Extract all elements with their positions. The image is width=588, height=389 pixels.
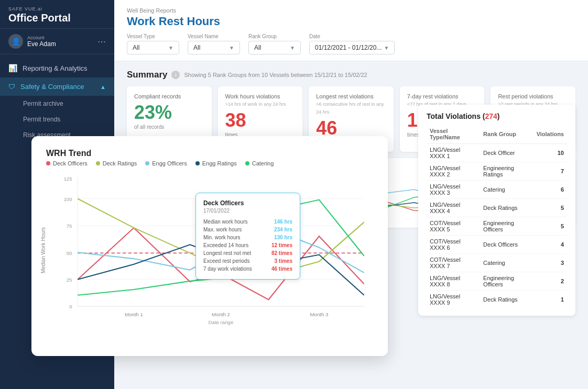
sidebar-item-reporting[interactable]: 📊 Reporting & Analytics — [0, 59, 114, 77]
violations-count: 274 — [485, 112, 497, 120]
tooltip-row-value: 130 hrs — [274, 235, 292, 240]
table-row: COT/Vessel XXXX 7 Catering 3 — [427, 254, 567, 272]
rank-group-select[interactable]: All ▼ — [248, 41, 301, 54]
tooltip-date: 17/01/2022 — [203, 208, 292, 214]
violations-cell: 7 — [533, 162, 567, 181]
svg-text:125: 125 — [63, 176, 72, 182]
account-name: Eve Adam — [27, 40, 56, 48]
table-row: COT/Vessel XXXX 5 Engineering Officers 5 — [427, 217, 567, 236]
brand-name: Office Portal — [8, 12, 106, 24]
large-deck-ratings-dot — [96, 161, 100, 165]
col-rank: Rank Group — [480, 126, 533, 144]
tooltip-row: Min. work hours 130 hrs — [203, 234, 292, 241]
sidebar-item-safety[interactable]: 🛡 Safety & Compliance ▲ — [0, 77, 114, 96]
tooltip-row-label: Max. work hours — [203, 227, 242, 232]
svg-text:Month 2: Month 2 — [212, 312, 230, 317]
table-row: LNG/Vessel XXXX 4 Deck Ratings 5 — [427, 199, 567, 217]
account-menu-button[interactable]: ⋯ — [97, 37, 106, 47]
tooltip-row-label: Median work hours — [203, 219, 247, 225]
rank-cell: Deck Officers — [480, 236, 533, 254]
vessel-name-label: Vessel Name — [188, 34, 240, 39]
vessel-name-filter: Vessel Name All ▼ — [188, 34, 240, 54]
sidebar-nav: 📊 Reporting & Analytics 🛡 Safety & Compl… — [0, 54, 114, 143]
vessel-cell: LNG/Vessel XXXX 9 — [427, 291, 480, 309]
date-select[interactable]: 01/12/2021 - 01/12/20... ▼ — [309, 41, 395, 54]
tooltip-row: Longest rest not met 82 times — [203, 249, 292, 257]
vessel-type-select[interactable]: All ▼ — [127, 41, 179, 54]
well-being-label: Well Being Reports — [127, 7, 575, 14]
vessel-type-filter: Vessel Type All ▼ — [127, 34, 179, 54]
large-chart-title: WRH Trend — [46, 149, 373, 158]
rank-cell: Engineering Officers — [480, 272, 533, 291]
account-details: Account Eve Adam — [27, 35, 56, 48]
violations-cell: 1 — [533, 291, 567, 309]
rank-group-filter: Rank Group All ▼ — [248, 34, 301, 54]
summary-description: Showing 5 Rank Groups from 10 Vessels be… — [184, 72, 367, 78]
vessel-name-select[interactable]: All ▼ — [188, 41, 240, 54]
vessel-cell: COT/Vessel XXXX 7 — [427, 254, 480, 272]
vessel-cell: COT/Vessel XXXX 6 — [427, 236, 480, 254]
large-legend-deck-officers: Deck Officers — [46, 160, 88, 166]
chart-tooltip: Deck Officers 17/01/2022 Median work hou… — [195, 193, 300, 280]
svg-text:Date range: Date range — [209, 319, 234, 325]
date-filter: Date 01/12/2021 - 01/12/20... ▼ — [309, 34, 395, 54]
svg-text:75: 75 — [67, 223, 72, 229]
sidebar-account[interactable]: 👤 Account Eve Adam ⋯ — [0, 29, 114, 54]
large-chart-area: Median Work Hours 0 25 50 75 100 125 — [46, 172, 373, 329]
large-engg-officers-dot — [145, 161, 149, 165]
work-hours-value: 38 — [225, 111, 296, 130]
large-legend-deck-ratings: Deck Ratings — [96, 160, 137, 166]
tooltip-row-value: 12 times — [271, 242, 292, 248]
vessel-cell: LNG/Vessel XXXX 8 — [427, 272, 480, 291]
svg-text:100: 100 — [63, 196, 72, 202]
large-legend-engg-ratings: Engg Ratings — [195, 160, 237, 166]
rank-cell: Deck Ratings — [480, 291, 533, 309]
sidebar-item-permit-trends[interactable]: Permit trends — [0, 112, 114, 127]
account-info: 👤 Account Eve Adam — [8, 34, 56, 49]
vessel-cell: COT/Vessel XXXX 5 — [427, 217, 480, 236]
safety-left: 🛡 Safety & Compliance — [8, 83, 84, 91]
tooltip-row-value: 234 hrs — [274, 227, 292, 232]
compliant-value: 23% — [134, 103, 204, 122]
filters-bar: Vessel Type All ▼ Vessel Name All ▼ Rank… — [127, 34, 575, 54]
vessel-name-chevron-icon: ▼ — [229, 45, 234, 51]
violations-cell: 3 — [533, 254, 567, 272]
rank-group-label: Rank Group — [248, 34, 301, 39]
large-engg-ratings-dot — [195, 161, 200, 165]
tooltip-row-label: Exceed rest periods — [203, 258, 249, 264]
violations-table: Vessel Type/Name Rank Group Violations L… — [427, 126, 567, 308]
compliant-sub: of all records — [134, 124, 204, 130]
table-row: LNG/Vessel XXXX 9 Deck Ratings 1 — [427, 291, 567, 309]
summary-header: Summary i Showing 5 Rank Groups from 10 … — [127, 70, 575, 80]
sidebar-item-reporting-label: Reporting & Analytics — [23, 64, 88, 72]
vessel-cell: LNG/Vessel XXXX 3 — [427, 181, 480, 199]
rank-cell: Deck Officer — [480, 144, 533, 162]
large-chart-legend: Deck Officers Deck Ratings Engg Officers… — [46, 160, 373, 166]
svg-text:25: 25 — [67, 277, 72, 283]
table-row: LNG/Vessel XXXX 3 Catering 6 — [427, 181, 567, 199]
sidebar-brand: SAFE VUE.ai Office Portal — [0, 0, 114, 29]
violations-title: Total Violations (274) — [427, 112, 567, 120]
compliant-title: Compliant records — [134, 93, 204, 100]
tooltip-title: Deck Officers — [203, 199, 292, 207]
y-axis-label: Median Work Hours — [40, 227, 46, 273]
vessel-cell: LNG/Vessel XXXX 1 — [427, 144, 480, 162]
brand-text: Office Portal — [8, 12, 71, 24]
col-violations: Violations — [533, 126, 567, 144]
reporting-icon: 📊 — [8, 64, 17, 72]
table-row: LNG/Vessel XXXX 2 Engineering Ratings 7 — [427, 162, 567, 181]
svg-text:Month 3: Month 3 — [310, 312, 329, 317]
table-row: COT/Vessel XXXX 6 Deck Officers 4 — [427, 236, 567, 254]
svg-text:Month 1: Month 1 — [125, 312, 143, 317]
violations-cell: 10 — [533, 144, 567, 162]
summary-info-icon[interactable]: i — [171, 71, 180, 79]
work-hours-title: Work hours violations >14 hrs of work in… — [225, 93, 296, 108]
svg-text:0: 0 — [69, 304, 72, 309]
page-header: Well Being Reports Work Rest Hours Vesse… — [114, 0, 588, 61]
svg-text:50: 50 — [67, 250, 72, 256]
rank-cell: Deck Ratings — [480, 199, 533, 217]
rank-cell: Catering — [480, 181, 533, 199]
safe-label: SAFE VUE.ai — [8, 6, 106, 12]
rank-cell: Engineering Ratings — [480, 162, 533, 181]
sidebar-item-permit-archive[interactable]: Permit archive — [0, 96, 114, 112]
